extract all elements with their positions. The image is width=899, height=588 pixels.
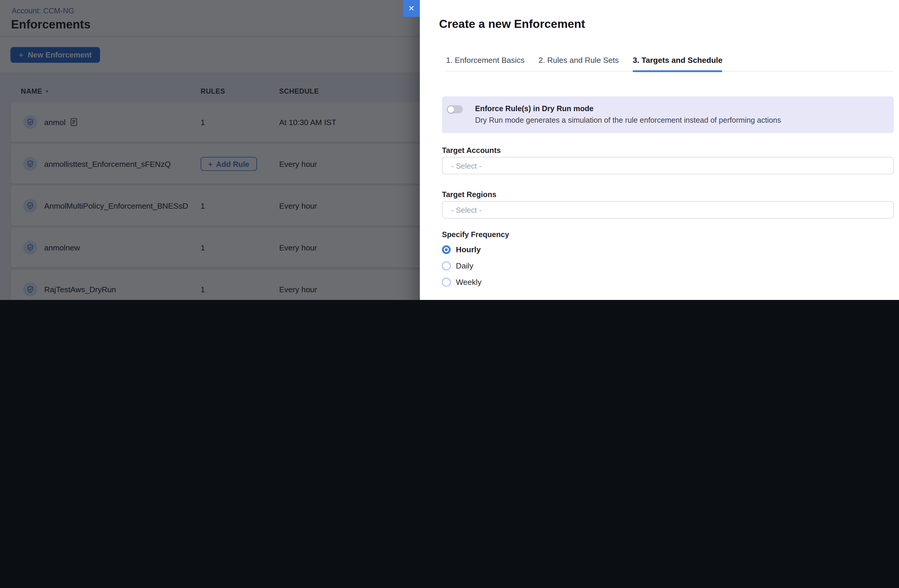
- frequency-radio-daily[interactable]: Daily: [442, 258, 474, 273]
- radio-label: Daily: [456, 261, 474, 270]
- target-regions-placeholder: - Select -: [451, 205, 482, 214]
- drawer-title: Create a new Enforcement: [439, 17, 585, 31]
- dry-run-title: Enforce Rule(s) in Dry Run mode: [475, 104, 593, 113]
- frequency-radio-hourly[interactable]: Hourly: [442, 242, 481, 257]
- create-enforcement-drawer: ✕ Create a new Enforcement 1. Enforcemen…: [420, 0, 899, 300]
- target-regions-select[interactable]: - Select -: [442, 201, 894, 219]
- frequency-radio-weekly[interactable]: Weekly: [442, 275, 482, 290]
- close-icon: ✕: [408, 4, 414, 13]
- dry-run-description: Dry Run mode generates a simulation of t…: [475, 116, 781, 124]
- target-regions-label: Target Regions: [442, 190, 497, 199]
- target-accounts-label: Target Accounts: [442, 146, 501, 154]
- app-root: Account: CCM-NG Enforcements + New Enfor…: [0, 0, 899, 300]
- wizard-tabs: 1. Enforcement Basics2. Rules and Rule S…: [446, 56, 894, 71]
- dry-run-toggle[interactable]: [446, 105, 463, 113]
- toggle-knob: [448, 106, 454, 113]
- target-accounts-select[interactable]: - Select -: [442, 157, 894, 174]
- radio-unselected-icon: [442, 278, 451, 286]
- tab-1[interactable]: 1. Enforcement Basics: [446, 56, 525, 71]
- close-button[interactable]: ✕: [403, 0, 420, 17]
- tab-2[interactable]: 2. Rules and Rule Sets: [538, 56, 619, 71]
- radio-unselected-icon: [442, 261, 451, 270]
- radio-label: Hourly: [456, 245, 481, 254]
- radio-label: Weekly: [456, 278, 482, 286]
- tab-3[interactable]: 3. Targets and Schedule: [633, 56, 723, 71]
- target-accounts-placeholder: - Select -: [451, 161, 482, 170]
- radio-selected-icon: [442, 245, 451, 254]
- dry-run-banner: Enforce Rule(s) in Dry Run mode Dry Run …: [442, 97, 894, 133]
- specify-frequency-label: Specify Frequency: [442, 230, 510, 239]
